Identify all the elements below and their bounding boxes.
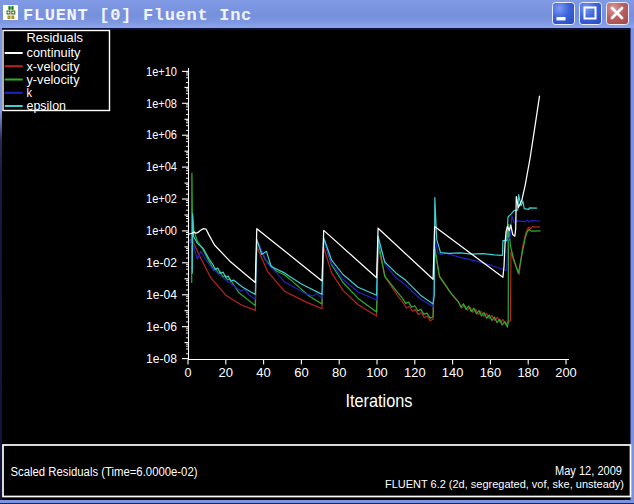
svg-text:20: 20 xyxy=(219,366,234,380)
svg-text:1e+10: 1e+10 xyxy=(146,65,177,79)
svg-text:1e+02: 1e+02 xyxy=(146,192,177,206)
svg-text:May 12, 2009: May 12, 2009 xyxy=(555,464,622,478)
svg-text:1e-06: 1e-06 xyxy=(146,320,177,334)
svg-text:120: 120 xyxy=(404,366,426,380)
svg-text:180: 180 xyxy=(517,366,539,380)
svg-text:1e-02: 1e-02 xyxy=(146,256,177,270)
svg-text:1e-04: 1e-04 xyxy=(146,288,177,302)
svg-text:40: 40 xyxy=(256,366,271,380)
svg-text:0: 0 xyxy=(185,366,192,380)
svg-text:80: 80 xyxy=(332,366,347,380)
svg-text:200: 200 xyxy=(555,366,577,380)
svg-text:Scaled Residuals (Time=6.0000: Scaled Residuals (Time=6.0000e-02) xyxy=(11,465,198,479)
svg-text:160: 160 xyxy=(480,366,502,380)
svg-text:Iterations: Iterations xyxy=(346,390,413,411)
svg-text:FLUENT 6.2 (2d, segregated, vo: FLUENT 6.2 (2d, segregated, vof, ske, un… xyxy=(385,478,624,490)
svg-text:140: 140 xyxy=(442,366,464,380)
svg-text:1e+06: 1e+06 xyxy=(146,128,177,142)
svg-text:Residuals: Residuals xyxy=(27,30,84,45)
svg-text:1e+00: 1e+00 xyxy=(146,224,177,238)
svg-text:1e+04: 1e+04 xyxy=(146,160,177,174)
svg-text:epsilon: epsilon xyxy=(27,98,67,113)
svg-text:60: 60 xyxy=(294,366,309,380)
svg-text:1e-08: 1e-08 xyxy=(146,352,177,366)
svg-text:y-velocity: y-velocity xyxy=(27,72,80,87)
svg-text:1e+08: 1e+08 xyxy=(146,97,177,111)
svg-text:100: 100 xyxy=(366,366,388,380)
